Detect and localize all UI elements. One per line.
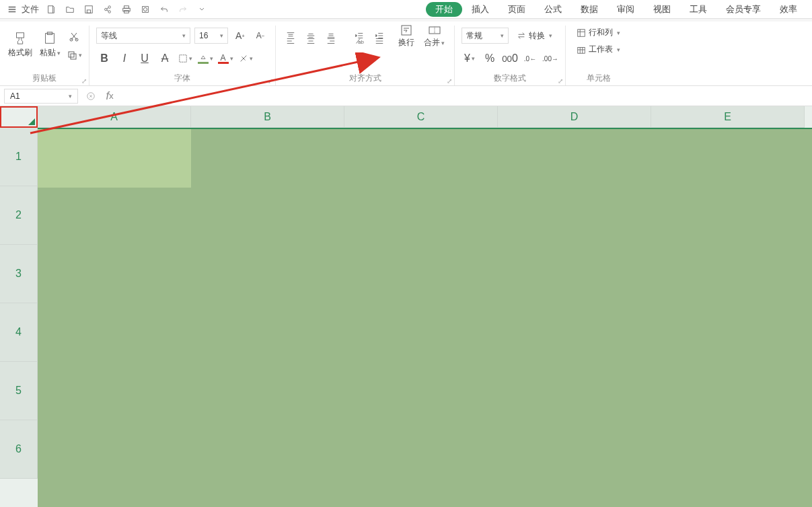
font-label: 字体 (174, 73, 190, 84)
font-name-select[interactable]: 等线▾ (96, 28, 190, 44)
row-header-1[interactable]: 1 (0, 128, 38, 186)
undo-icon[interactable] (157, 3, 171, 16)
svg-rect-17 (71, 54, 76, 59)
select-all-corner[interactable] (0, 106, 38, 128)
tab-insert[interactable]: 插入 (462, 2, 499, 17)
col-header-c[interactable]: C (344, 106, 498, 128)
new-icon[interactable] (44, 3, 58, 16)
convert-button[interactable]: 转换▾ (513, 29, 556, 43)
tab-review[interactable]: 审阅 (607, 2, 644, 17)
row-header-2[interactable]: 2 (0, 186, 38, 245)
comma-icon[interactable]: 000 (502, 50, 518, 67)
cut-button[interactable] (66, 28, 82, 44)
font-color-button[interactable]: A ▾ (217, 50, 233, 67)
name-box-dropdown-icon[interactable]: ▾ (69, 93, 72, 100)
sheet-button[interactable]: 工作表▾ (573, 42, 624, 56)
tab-view[interactable]: 视图 (644, 2, 680, 17)
border-button[interactable]: ▾ (177, 50, 193, 67)
save-icon[interactable] (82, 3, 96, 16)
svg-rect-2 (87, 9, 90, 12)
align-left-icon[interactable] (283, 33, 299, 49)
svg-rect-16 (69, 52, 74, 57)
paste-button[interactable]: 粘贴▾ (36, 26, 63, 63)
number-expand-icon[interactable]: ⤢ (557, 77, 564, 84)
decrease-font-icon[interactable]: A− (252, 28, 268, 44)
spreadsheet-grid: A B C D E 1 2 3 4 5 6 (0, 106, 812, 507)
column-headers: A B C D E (0, 106, 812, 128)
clipboard-expand-icon[interactable]: ⤢ (81, 77, 87, 84)
row-header-4[interactable]: 4 (0, 303, 38, 362)
clipboard-label: 剪贴板 (32, 73, 57, 84)
align-right-icon[interactable] (323, 33, 339, 49)
fx-icon[interactable]: fx (104, 90, 116, 102)
tab-vip[interactable]: 会员专享 (716, 2, 770, 17)
formula-bar: A1 ▾ fx (0, 86, 812, 106)
justify-icon[interactable] (371, 33, 387, 49)
ribbon-group-cell: 行和列▾ 工作表▾ 单元格 (566, 26, 631, 85)
file-menu[interactable]: 文件 (5, 3, 39, 16)
font-expand-icon[interactable]: ⤢ (267, 77, 274, 84)
bold-button[interactable]: B (96, 50, 112, 67)
cancel-icon[interactable] (85, 90, 97, 102)
alignment-expand-icon[interactable]: ⤢ (446, 77, 453, 84)
row-headers: 1 2 3 4 5 6 (0, 128, 38, 507)
hamburger-icon (5, 3, 19, 16)
ribbon-group-alignment: 换行 合并▾ ab 对齐方式 ⤢ (276, 26, 455, 85)
tab-efficiency[interactable]: 效率 (770, 2, 807, 17)
col-header-a[interactable]: A (38, 106, 191, 128)
menu-bar: 文件 开始 插入 页面 公式 数据 审阅 视图 工具 会员专享 效率 (0, 0, 812, 19)
format-painter-button[interactable]: 格式刷 (7, 26, 34, 63)
row-header-6[interactable]: 6 (0, 420, 38, 479)
cell-area[interactable] (38, 128, 812, 507)
tab-page[interactable]: 页面 (499, 2, 535, 17)
decrease-decimal-icon[interactable]: .0← (522, 50, 538, 67)
ribbon-group-clipboard: 格式刷 粘贴▾ ▾ 剪贴板 ⤢ (0, 26, 89, 85)
col-header-e[interactable]: E (651, 106, 805, 128)
underline-button[interactable]: U (137, 50, 153, 67)
share-icon[interactable] (101, 3, 114, 16)
tab-home[interactable]: 开始 (426, 2, 462, 17)
tab-tools[interactable]: 工具 (680, 2, 716, 17)
print-preview-icon[interactable] (139, 3, 152, 16)
copy-button[interactable]: ▾ (66, 47, 82, 63)
number-label: 数字格式 (494, 73, 526, 84)
increase-decimal-icon[interactable]: .00→ (542, 50, 558, 67)
active-cell[interactable] (38, 129, 191, 188)
open-icon[interactable] (63, 3, 77, 16)
svg-rect-6 (124, 5, 129, 8)
tab-data[interactable]: 数据 (571, 2, 607, 17)
ribbon-tabs: 开始 插入 页面 公式 数据 审阅 视图 工具 会员专享 效率 (426, 2, 807, 17)
font-size-select[interactable]: 16▾ (194, 28, 228, 44)
number-format-select[interactable]: 常规▾ (462, 28, 509, 44)
svg-text:ab: ab (358, 39, 364, 45)
row-header-3[interactable]: 3 (0, 245, 38, 303)
svg-rect-23 (578, 47, 585, 53)
orientation-icon[interactable]: ab (351, 33, 367, 49)
strikethrough-button[interactable]: A (157, 50, 173, 67)
cell-label: 单元格 (587, 73, 611, 84)
percent-icon[interactable]: % (482, 50, 498, 67)
clear-format-button[interactable]: ▾ (237, 50, 254, 67)
col-header-d[interactable]: D (498, 106, 651, 128)
italic-button[interactable]: I (116, 50, 133, 67)
file-label: 文件 (22, 3, 39, 15)
increase-font-icon[interactable]: A+ (232, 28, 248, 44)
align-center-icon[interactable] (303, 33, 319, 49)
svg-rect-11 (17, 32, 24, 37)
rowcol-button[interactable]: 行和列▾ (573, 26, 624, 40)
tab-formula[interactable]: 公式 (535, 2, 571, 17)
currency-icon[interactable]: ¥▾ (462, 50, 478, 67)
fill-color-button[interactable]: ▾ (197, 50, 213, 67)
ribbon-group-number: 常规▾ 转换▾ ¥▾ % 000 .0← .00→ 数字格式 ⤢ (455, 26, 566, 85)
name-box[interactable]: A1 ▾ (4, 89, 78, 104)
redo-icon[interactable] (176, 3, 190, 16)
alignment-label: 对齐方式 (349, 73, 381, 84)
row-header-5[interactable]: 5 (0, 362, 38, 420)
col-header-b[interactable]: B (191, 106, 344, 128)
print-icon[interactable] (120, 3, 133, 16)
ribbon-group-font: 等线▾ 16▾ A+ A− B I U A ▾ ▾ (89, 26, 276, 85)
svg-rect-1 (85, 5, 93, 13)
svg-point-10 (143, 7, 147, 11)
qat-dropdown-icon[interactable] (195, 3, 209, 16)
svg-rect-22 (578, 29, 585, 36)
